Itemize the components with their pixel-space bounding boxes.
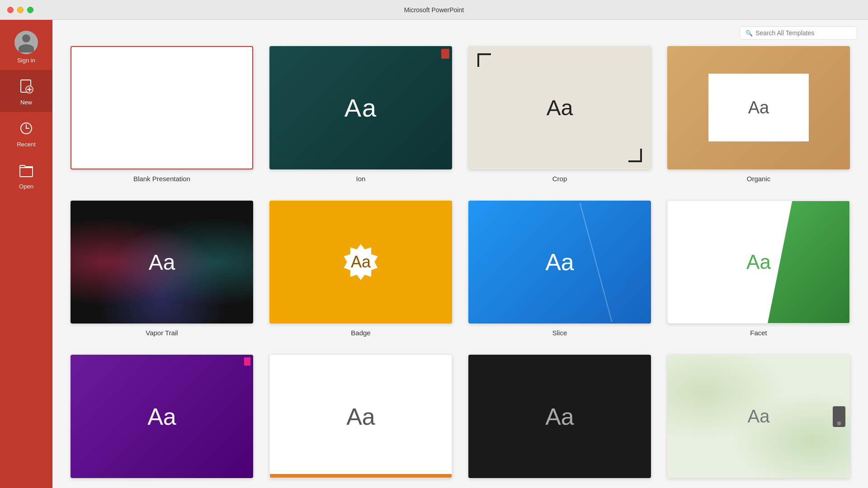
title-bar: Microsoft PowerPoint (0, 0, 868, 20)
main-container: Sign in New Recent (0, 20, 868, 488)
template-crop[interactable]: Aa Crop (468, 46, 651, 183)
template-thumb-purple: Aa (71, 355, 253, 478)
sidebar-item-open[interactable]: Open (0, 154, 52, 196)
purple-accent (244, 357, 250, 366)
maximize-button[interactable] (27, 7, 33, 13)
sidebar-item-recent-label: Recent (17, 141, 35, 148)
content-area: 🔍 Blank Presentation Aa Ion (52, 20, 868, 488)
template-organic[interactable]: Aa Organic (667, 46, 850, 183)
template-ion[interactable]: Aa Ion (269, 46, 452, 183)
template-purple[interactable]: Aa (71, 355, 253, 483)
sidebar-item-recent[interactable]: Recent (0, 112, 52, 154)
template-nature[interactable]: Aa (667, 355, 850, 483)
svg-rect-5 (20, 168, 33, 177)
template-thumb-crop: Aa (468, 46, 651, 169)
sidebar-item-new-label: New (20, 99, 32, 106)
template-facet[interactable]: Aa Facet (667, 201, 850, 337)
template-thumb-vapor: Aa (71, 201, 253, 324)
facet-aa-text: Aa (746, 251, 771, 273)
vapor-aa-text: Aa (149, 250, 175, 275)
template-name-badge: Badge (351, 329, 370, 337)
template-thumb-nature: Aa (667, 355, 850, 478)
template-slice[interactable]: Aa Slice (468, 201, 651, 337)
template-thumb-ion: Aa (269, 46, 452, 169)
nature-aa-text: Aa (748, 406, 770, 427)
recent-icon (16, 118, 36, 138)
template-vapor-trail[interactable]: Aa Vapor Trail (71, 201, 253, 337)
facet-shape (768, 201, 849, 324)
app-title: Microsoft PowerPoint (404, 6, 464, 14)
template-name-organic: Organic (747, 175, 771, 183)
nature-device (833, 406, 845, 427)
template-thumb-badge: Aa (269, 201, 452, 324)
purple-aa-text: Aa (147, 403, 176, 430)
search-input[interactable] (755, 29, 851, 37)
sidebar-item-new[interactable]: New (0, 70, 52, 112)
white-orange-bar (270, 474, 452, 478)
template-thumb-facet: Aa (667, 201, 850, 324)
avatar (14, 31, 38, 54)
slice-aa-text: Aa (545, 249, 574, 276)
content-header: 🔍 (52, 20, 868, 46)
template-name-slice: Slice (552, 329, 567, 337)
window-controls (7, 7, 33, 13)
white-orange-aa-text: Aa (346, 403, 375, 430)
template-thumb-organic: Aa (667, 46, 850, 169)
template-name-vapor: Vapor Trail (146, 329, 178, 337)
close-button[interactable] (7, 7, 14, 13)
template-thumb-blank (71, 46, 253, 169)
dark-aa-text: Aa (545, 403, 574, 430)
search-box[interactable]: 🔍 (740, 26, 857, 40)
badge-circle: Aa (343, 244, 379, 280)
template-name-crop: Crop (552, 175, 567, 183)
minimize-button[interactable] (17, 7, 24, 13)
template-badge[interactable]: Aa Badge (269, 201, 452, 337)
organic-inner: Aa (708, 74, 809, 141)
templates-grid: Blank Presentation Aa Ion Aa Crop (52, 46, 868, 488)
new-icon (16, 76, 36, 96)
sidebar-item-signin[interactable]: Sign in (0, 24, 52, 70)
crop-bracket-tl (477, 53, 491, 67)
template-thumb-white-orange: Aa (269, 355, 452, 478)
user-avatar-placeholder (14, 31, 38, 54)
template-blank[interactable]: Blank Presentation (71, 46, 253, 183)
template-name-ion: Ion (356, 175, 366, 183)
search-icon: 🔍 (745, 30, 753, 37)
template-thumb-dark: Aa (468, 355, 651, 478)
crop-aa-text: Aa (547, 95, 573, 120)
template-thumb-slice: Aa (468, 201, 651, 324)
template-name-blank: Blank Presentation (133, 175, 190, 183)
signin-label: Sign in (17, 57, 35, 64)
template-white-orange[interactable]: Aa (269, 355, 452, 483)
crop-bracket-br (628, 149, 642, 162)
open-icon (16, 160, 36, 180)
template-name-facet: Facet (750, 329, 767, 337)
slice-line (580, 202, 613, 322)
template-dark[interactable]: Aa (468, 355, 651, 483)
sidebar: Sign in New Recent (0, 20, 52, 488)
ion-aa-text: Aa (344, 93, 377, 122)
sidebar-item-open-label: Open (19, 183, 33, 190)
